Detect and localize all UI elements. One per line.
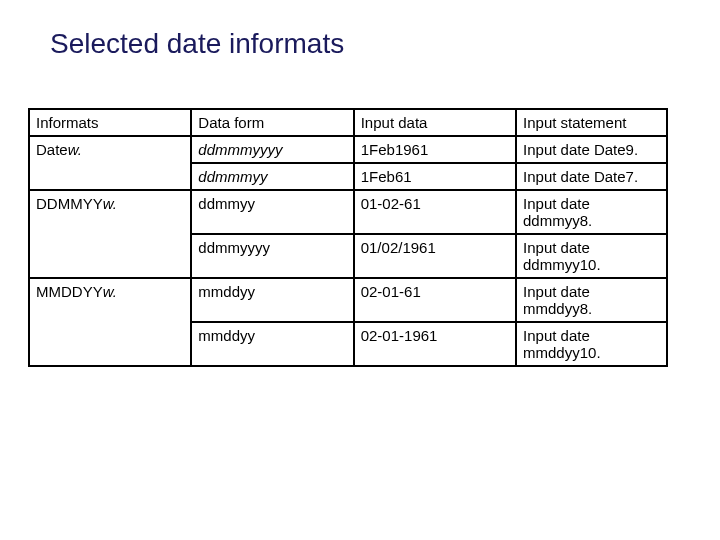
cell-input-statement: Input date Date7. [516,163,667,190]
cell-data-form: ddmmmyy [191,163,353,190]
cell-input-data: 1Feb61 [354,163,516,190]
table-row: MMDDYYw. mmddyy 02-01-61 Input date mmdd… [29,278,667,322]
table-row: Datew. ddmmmyyyy 1Feb1961 Input date Dat… [29,136,667,163]
header-input-statement: Input statement [516,109,667,136]
table-row: DDMMYYw. ddmmyy 01-02-61 Input date ddmm… [29,190,667,234]
cell-input-data: 02-01-1961 [354,322,516,366]
cell-input-data: 02-01-61 [354,278,516,322]
cell-input-statement: Input date ddmmyy10. [516,234,667,278]
slide-title: Selected date informats [50,28,680,60]
cell-informat-mmddyy: MMDDYYw. [29,278,191,366]
header-input-data: Input data [354,109,516,136]
cell-input-statement: Input date mmddyy8. [516,278,667,322]
cell-data-form: mmddyy [191,322,353,366]
cell-input-statement: Input date Date9. [516,136,667,163]
cell-input-data: 1Feb1961 [354,136,516,163]
cell-data-form: ddmmmyyyy [191,136,353,163]
cell-data-form: ddmmyyyy [191,234,353,278]
header-informats: Informats [29,109,191,136]
cell-input-data: 01/02/1961 [354,234,516,278]
cell-data-form: mmddyy [191,278,353,322]
cell-data-form: ddmmyy [191,190,353,234]
cell-input-data: 01-02-61 [354,190,516,234]
informats-table: Informats Data form Input data Input sta… [28,108,668,367]
table-row: Informats Data form Input data Input sta… [29,109,667,136]
cell-input-statement: Input date mmddyy10. [516,322,667,366]
cell-informat-ddmmyy: DDMMYYw. [29,190,191,278]
cell-input-statement: Input date ddmmyy8. [516,190,667,234]
cell-informat-date: Datew. [29,136,191,190]
header-data-form: Data form [191,109,353,136]
